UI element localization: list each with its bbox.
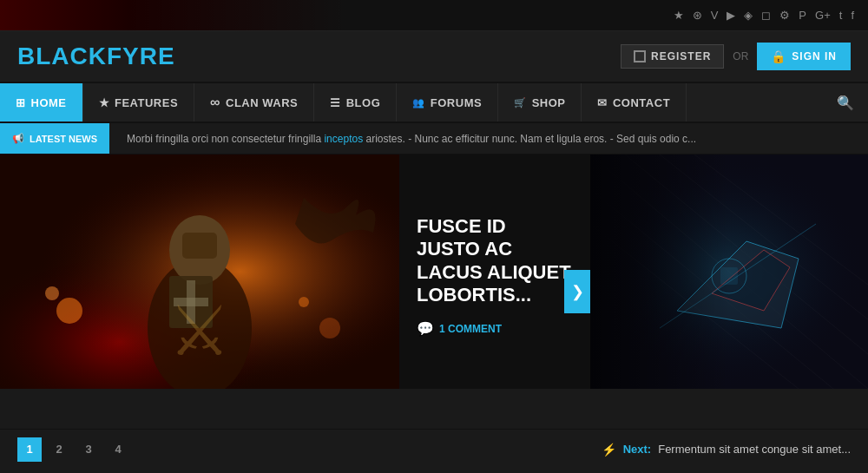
search-icon: 🔍 [837, 95, 854, 111]
slide-comments[interactable]: 💬 1 COMMENT [417, 320, 573, 337]
social-bar: ★ ⊛ V ▶ ◈ ◻ ⚙ P G+ t f [0, 0, 868, 31]
shop-icon: 🛒 [514, 97, 527, 108]
nav-forums[interactable]: 👥 FORUMS [397, 83, 498, 122]
google-plus-icon[interactable]: G+ [815, 9, 831, 22]
svg-line-16 [590, 154, 868, 389]
nav-features[interactable]: ★ FEATURES [83, 83, 195, 122]
pinterest-icon[interactable]: P [799, 9, 806, 22]
pagination-bar: 1 2 3 4 ⚡ Next: Fermentum sit amet congu… [0, 429, 868, 469]
svg-point-12 [319, 318, 340, 338]
clan-wars-icon: ∞ [210, 95, 220, 110]
svg-point-13 [299, 297, 309, 307]
svg-line-21 [590, 224, 799, 389]
next-slide-button[interactable]: ❯ [564, 270, 590, 313]
svg-rect-9 [174, 298, 208, 306]
twitch-icon[interactable]: ◈ [744, 9, 753, 22]
signin-button[interactable]: 🔒 SIGN IN [757, 43, 851, 70]
next-label: Next: [623, 443, 652, 456]
svg-rect-14 [590, 154, 868, 389]
news-ticker: 📢 LATEST NEWS Morbi fringilla orci non c… [0, 123, 868, 154]
logo-black: BLACK [17, 43, 107, 69]
logo-blue: FYRE [107, 43, 175, 69]
blog-icon: ☰ [330, 96, 341, 109]
svg-rect-8 [187, 280, 195, 324]
next-article-text: Fermentum sit amet congue sit amet... [658, 443, 851, 456]
header: BLACKFYRE REGISTER OR 🔒 SIGN IN [0, 31, 868, 83]
news-ticker-label: 📢 LATEST NEWS [0, 123, 109, 154]
rss-icon[interactable]: ★ [674, 9, 684, 22]
twitter-icon[interactable]: t [839, 9, 843, 22]
svg-line-19 [694, 154, 868, 285]
nav-blog-label: BLOG [346, 96, 381, 109]
hero-image [0, 154, 399, 389]
nav-clan-wars-label: CLAN WARS [226, 96, 298, 109]
megaphone-icon: 📢 [12, 133, 24, 144]
news-ticker-text: Morbi fringilla orci non consectetur fri… [109, 133, 696, 145]
main-area: FUSCE ID JUSTO AC LACUS ALIQUET LOBORTIS… [0, 154, 868, 429]
logo: BLACKFYRE [17, 43, 175, 70]
side-preview [590, 154, 868, 389]
svg-rect-24 [720, 267, 738, 285]
nav-features-label: FEATURES [115, 96, 178, 109]
chevron-right-icon: ❯ [571, 282, 584, 301]
page-4-button[interactable]: 4 [106, 437, 130, 462]
home-icon: ⊞ [16, 96, 26, 109]
news-ticker-link[interactable]: inceptos [324, 133, 363, 145]
svg-line-18 [660, 154, 868, 319]
forums-icon: 👥 [412, 97, 425, 108]
navbar: ⊞ HOME ★ FEATURES ∞ CLAN WARS ☰ BLOG 👥 F… [0, 83, 868, 123]
svg-rect-6 [182, 233, 217, 259]
nav-forums-label: FORUMS [431, 96, 482, 109]
svg-point-10 [56, 298, 82, 324]
svg-line-22 [660, 224, 816, 328]
nav-contact[interactable]: ✉ CONTACT [582, 83, 687, 122]
side-preview-overlay [590, 154, 868, 389]
page-3-button[interactable]: 3 [76, 437, 101, 462]
facebook-icon[interactable]: f [851, 9, 854, 22]
search-button[interactable]: 🔍 [823, 83, 868, 122]
register-checkbox-icon [634, 50, 646, 62]
nav-shop-label: SHOP [532, 96, 566, 109]
instagram-icon[interactable]: ◻ [761, 9, 771, 22]
dribbble-icon[interactable]: ⊛ [693, 9, 702, 22]
slider-info: FUSCE ID JUSTO AC LACUS ALIQUET LOBORTIS… [399, 154, 590, 389]
register-button[interactable]: REGISTER [621, 44, 724, 69]
pagination: 1 2 3 4 [17, 437, 130, 462]
comment-icon: 💬 [417, 320, 434, 337]
page-1-button[interactable]: 1 [17, 437, 42, 462]
svg-line-17 [625, 154, 868, 354]
or-label: OR [733, 50, 748, 62]
svg-point-11 [45, 286, 59, 300]
vine-icon[interactable]: V [711, 9, 719, 22]
page-2-button[interactable]: 2 [47, 437, 71, 462]
nav-home-label: HOME [31, 96, 67, 109]
steam-icon[interactable]: ⚙ [779, 9, 790, 22]
bolt-icon: ⚡ [602, 443, 616, 457]
youtube-icon[interactable]: ▶ [727, 9, 735, 22]
lock-icon: 🔒 [771, 49, 786, 63]
svg-line-20 [590, 189, 833, 389]
features-icon: ★ [99, 96, 110, 109]
next-text: ⚡ Next: Fermentum sit amet congue sit am… [602, 443, 851, 457]
svg-rect-15 [590, 154, 868, 389]
nav-blog[interactable]: ☰ BLOG [314, 83, 397, 122]
nav-shop[interactable]: 🛒 SHOP [498, 83, 582, 122]
nav-clan-wars[interactable]: ∞ CLAN WARS [194, 83, 314, 122]
knight-artwork [0, 154, 399, 389]
nav-home[interactable]: ⊞ HOME [0, 83, 83, 122]
nav-contact-label: CONTACT [613, 96, 670, 109]
header-actions: REGISTER OR 🔒 SIGN IN [621, 43, 851, 70]
svg-rect-25 [590, 154, 660, 389]
svg-point-23 [712, 259, 746, 293]
contact-icon: ✉ [597, 96, 608, 109]
slide-title: FUSCE ID JUSTO AC LACUS ALIQUET LOBORTIS… [417, 215, 573, 307]
